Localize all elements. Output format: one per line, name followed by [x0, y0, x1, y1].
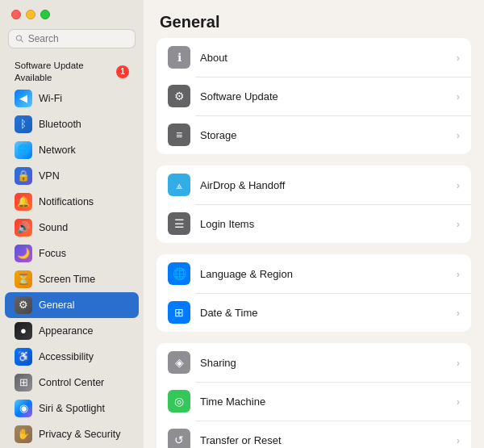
- sidebar-item-sound[interactable]: 🔊Sound: [5, 215, 139, 241]
- airdrop-icon: ⟁: [168, 174, 190, 196]
- settings-row-date-time[interactable]: ⊞Date & Time›: [156, 293, 471, 332]
- sidebar-label-sound: Sound: [39, 222, 68, 233]
- storage-icon: ≡: [168, 124, 190, 146]
- sidebar-item-notifications[interactable]: 🔔Notifications: [5, 189, 139, 215]
- about-icon: ℹ: [168, 46, 190, 69]
- privacy-icon: ✋: [15, 425, 32, 443]
- storage-chevron: ›: [457, 129, 460, 141]
- sidebar-item-privacy[interactable]: ✋Privacy & Security: [5, 421, 139, 447]
- software-update-label: Software Update: [200, 90, 447, 103]
- sidebar-item-appearance[interactable]: ●Appearance: [5, 318, 139, 344]
- general-icon: ⚙: [15, 296, 32, 314]
- traffic-lights: [0, 0, 144, 26]
- network-icon: 🌐: [15, 141, 32, 159]
- settings-group-1: ⟁AirDrop & Handoff›☰Login Items›: [156, 165, 471, 243]
- page-title: General: [160, 13, 468, 31]
- screen-time-icon: ⏳: [15, 270, 32, 288]
- settings-row-storage[interactable]: ≡Storage›: [156, 115, 471, 154]
- control-center-icon: ⊞: [15, 374, 32, 391]
- bluetooth-icon: ᛒ: [15, 115, 32, 133]
- sidebar-label-privacy: Privacy & Security: [39, 429, 120, 440]
- sound-icon: 🔊: [15, 219, 32, 237]
- sidebar-label-accessibility: Accessibility: [39, 351, 94, 362]
- settings-group-0: ℹAbout›⚙Software Update›≡Storage›: [156, 38, 471, 154]
- sidebar-label-screen-time: Screen Time: [39, 274, 95, 285]
- time-machine-label: Time Machine: [200, 396, 447, 408]
- focus-icon: 🌙: [15, 245, 32, 262]
- settings-row-airdrop[interactable]: ⟁AirDrop & Handoff›: [156, 165, 471, 204]
- sidebar-item-siri[interactable]: ◉Siri & Spotlight: [5, 396, 139, 421]
- settings-row-time-machine[interactable]: ◎Time Machine›: [156, 382, 471, 421]
- settings-row-about[interactable]: ℹAbout›: [156, 38, 471, 77]
- date-time-chevron: ›: [457, 307, 460, 319]
- sidebar-item-network[interactable]: 🌐Network: [5, 137, 139, 163]
- transfer-reset-label: Transfer or Reset: [200, 434, 447, 446]
- date-time-label: Date & Time: [200, 307, 447, 319]
- sharing-icon: ◈: [168, 351, 190, 374]
- sidebar-item-wifi[interactable]: ◀Wi-Fi: [5, 86, 139, 111]
- storage-label: Storage: [200, 129, 447, 141]
- about-chevron: ›: [457, 52, 460, 64]
- siri-icon: ◉: [15, 400, 32, 417]
- time-machine-icon: ◎: [168, 390, 190, 412]
- settings-row-transfer-reset[interactable]: ↺Transfer or Reset›: [156, 421, 471, 448]
- sidebar-label-general: General: [39, 299, 74, 311]
- login-items-icon: ☰: [168, 212, 190, 235]
- language-icon: 🌐: [168, 262, 190, 285]
- software-update-section: Software UpdateAvailable 1: [5, 55, 139, 86]
- search-box[interactable]: [8, 29, 136, 48]
- sidebar-label-control-center: Control Center: [39, 377, 104, 388]
- sidebar-label-network: Network: [39, 144, 76, 156]
- sidebar-item-general[interactable]: ⚙General: [5, 292, 139, 318]
- vpn-icon: 🔒: [15, 167, 32, 185]
- wifi-icon: ◀: [15, 90, 32, 107]
- sidebar-item-screen-time[interactable]: ⏳Screen Time: [5, 266, 139, 292]
- sidebar-item-control-center[interactable]: ⊞Control Center: [5, 370, 139, 396]
- sharing-label: Sharing: [200, 357, 447, 369]
- sidebar-label-notifications: Notifications: [39, 196, 94, 207]
- sidebar-label-appearance: Appearance: [39, 325, 93, 337]
- minimize-button[interactable]: [26, 10, 35, 19]
- sidebar-item-accessibility[interactable]: ♿Accessibility: [5, 344, 139, 370]
- login-items-chevron: ›: [457, 218, 460, 230]
- main-header: General: [144, 0, 484, 38]
- accessibility-icon: ♿: [15, 348, 32, 366]
- language-chevron: ›: [457, 268, 460, 280]
- sidebar-label-focus: Focus: [39, 248, 66, 259]
- settings-list: ℹAbout›⚙Software Update›≡Storage›⟁AirDro…: [144, 38, 484, 448]
- search-icon: [15, 34, 24, 44]
- software-update-icon: ⚙: [168, 85, 190, 107]
- close-button[interactable]: [11, 10, 21, 19]
- settings-row-language[interactable]: 🌐Language & Region›: [156, 254, 471, 293]
- sidebar-label-siri: Siri & Spotlight: [39, 403, 105, 414]
- time-machine-chevron: ›: [457, 396, 460, 408]
- settings-row-sharing[interactable]: ◈Sharing›: [156, 343, 471, 382]
- sidebar-item-vpn[interactable]: 🔒VPN: [5, 163, 139, 189]
- settings-row-software-update[interactable]: ⚙Software Update›: [156, 77, 471, 115]
- about-label: About: [200, 52, 447, 64]
- sidebar-items-list: ◀Wi-FiᛒBluetooth🌐Network🔒VPN🔔Notificatio…: [0, 86, 144, 448]
- maximize-button[interactable]: [40, 10, 50, 19]
- language-label: Language & Region: [200, 268, 447, 280]
- login-items-label: Login Items: [200, 218, 447, 230]
- sidebar-item-bluetooth[interactable]: ᛒBluetooth: [5, 111, 139, 137]
- search-input[interactable]: [28, 33, 128, 44]
- appearance-icon: ●: [15, 322, 32, 340]
- airdrop-label: AirDrop & Handoff: [200, 179, 447, 191]
- date-time-icon: ⊞: [168, 301, 190, 324]
- main-content: General ℹAbout›⚙Software Update›≡Storage…: [144, 0, 484, 448]
- sidebar-label-vpn: VPN: [39, 170, 60, 182]
- sidebar-item-focus[interactable]: 🌙Focus: [5, 241, 139, 266]
- settings-row-login-items[interactable]: ☰Login Items›: [156, 204, 471, 243]
- transfer-reset-icon: ↺: [168, 429, 190, 448]
- sidebar-label-bluetooth: Bluetooth: [39, 119, 81, 130]
- notifications-icon: 🔔: [15, 193, 32, 211]
- sharing-chevron: ›: [457, 357, 460, 369]
- software-update-chevron: ›: [457, 90, 460, 103]
- transfer-reset-chevron: ›: [457, 434, 460, 446]
- update-label: Software UpdateAvailable: [15, 60, 84, 84]
- svg-line-1: [21, 40, 23, 42]
- sidebar: Software UpdateAvailable 1 ◀Wi-FiᛒBlueto…: [0, 0, 144, 448]
- settings-group-2: 🌐Language & Region›⊞Date & Time›: [156, 254, 471, 332]
- update-badge: 1: [116, 65, 129, 78]
